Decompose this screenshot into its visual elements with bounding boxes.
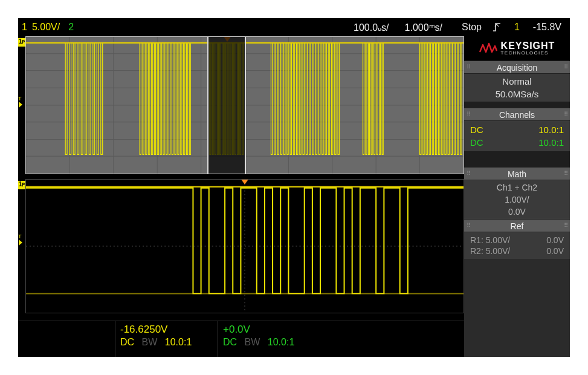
ch1-indicator[interactable]: 1 bbox=[22, 22, 27, 33]
trigger-source[interactable]: 1 bbox=[514, 22, 520, 33]
side-panel: KEYSIGHT TECHNOLOGIES ⠿Acquisition⠿ Norm… bbox=[464, 36, 570, 357]
zoom-waveform[interactable] bbox=[25, 179, 464, 313]
grid-lower bbox=[26, 180, 464, 313]
math-expr: Ch1 + Ch2 bbox=[464, 180, 570, 195]
acquisition-section[interactable]: ⠿Acquisition⠿ Normal 50.0MSa/s bbox=[464, 60, 570, 102]
channels-ch1-row[interactable]: DC10.0:1 bbox=[464, 123, 570, 136]
status-strip: -16.6250V DC BW 10.0:1 +0.0V DC BW 10.0:… bbox=[18, 321, 464, 357]
status-ch2[interactable]: +0.0V DC BW 10.0:1 bbox=[218, 321, 320, 357]
overview-waveform[interactable] bbox=[25, 36, 464, 174]
left-gutter: 1ᴘ T 1ᴘ T bbox=[18, 36, 25, 315]
math-section[interactable]: ⠿Math⠿ Ch1 + Ch2 1.00V/ 0.0V bbox=[464, 167, 570, 219]
ch1-vscale[interactable]: 5.00V/ bbox=[32, 22, 60, 33]
status-ch1[interactable]: -16.6250V DC BW 10.0:1 bbox=[115, 321, 218, 357]
trigger-position-indicator-upper[interactable] bbox=[223, 36, 231, 42]
channels-ch2-row[interactable]: DC10.0:1 bbox=[464, 136, 570, 149]
oscilloscope-screen: 1 5.00V/ 2 100.0ᵤs/ 1.000ᵐs/ Stop 1 -15.… bbox=[18, 18, 570, 357]
trigger-level[interactable]: -15.8V bbox=[533, 22, 561, 33]
trigger-position-indicator-lower[interactable] bbox=[241, 179, 249, 184]
trigger-edge-icon[interactable] bbox=[493, 21, 506, 33]
math-offset: 0.0V bbox=[464, 207, 570, 219]
brand-logo: KEYSIGHT TECHNOLOGIES bbox=[464, 36, 570, 60]
grid-upper bbox=[26, 37, 464, 174]
trigger-level-marker-lower[interactable]: T bbox=[18, 233, 24, 241]
ref-section[interactable]: ⠿Ref⠿ R1: 5.00V/ 0.0V R2: 5.00V/ 0.0V bbox=[464, 219, 570, 259]
top-status-bar: 1 5.00V/ 2 100.0ᵤs/ 1.000ᵐs/ Stop 1 -15.… bbox=[18, 18, 570, 36]
ch1-offset-readout: -16.6250V bbox=[120, 324, 213, 336]
channels-section[interactable]: ⠿Channels⠿ DC10.0:1 DC10.0:1 bbox=[464, 108, 570, 151]
delay-value[interactable]: 1.000ᵐs/ bbox=[405, 22, 442, 33]
timebase-value[interactable]: 100.0ᵤs/ bbox=[354, 22, 389, 33]
waveform-area[interactable]: 1ᴘ T 1ᴘ T bbox=[18, 36, 464, 357]
ref2-row[interactable]: R2: 5.00V/ 0.0V bbox=[464, 246, 570, 256]
ref1-row[interactable]: R1: 5.00V/ 0.0V bbox=[464, 235, 570, 246]
ch2-indicator[interactable]: 2 bbox=[68, 22, 74, 33]
math-scale: 1.00V/ bbox=[464, 195, 570, 207]
run-state[interactable]: Stop bbox=[462, 22, 482, 33]
keysight-mark-icon bbox=[479, 41, 497, 56]
acq-mode: Normal bbox=[464, 74, 570, 89]
acq-rate: 50.0MSa/s bbox=[464, 89, 570, 102]
trigger-level-marker-upper[interactable]: T bbox=[18, 96, 24, 103]
ch2-offset-readout: +0.0V bbox=[223, 324, 315, 336]
ch1-ground-marker-upper[interactable]: 1ᴘ bbox=[18, 38, 25, 47]
ch1-ground-marker-lower[interactable]: 1ᴘ bbox=[18, 181, 25, 189]
